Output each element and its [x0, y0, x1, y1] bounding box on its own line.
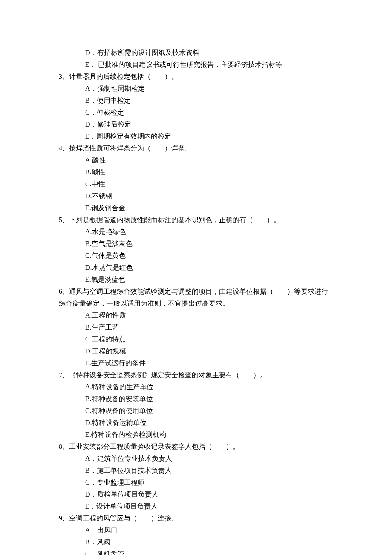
question-5-option-d: D.水蒸气是红色: [59, 262, 333, 274]
question-3-option-e: E．周期检定有效期内的检定: [59, 130, 333, 142]
document-page: D．有招标所需的设计图纸及技术资料 E． 已批准的项目建议书或可行性研究报告；主…: [0, 0, 392, 555]
question-9-option-c: C．风机盘管: [59, 548, 333, 555]
question-7-option-a: A.特种设备的生产单位: [59, 381, 333, 393]
question-8-option-e: E．设计单位项目负责人: [59, 500, 333, 512]
question-6-stem-cont: 综合衡量确定，一般以适用为准则，不宜提出过高要求。: [59, 298, 333, 309]
question-8-option-a: A．建筑单位专业技术负责人: [59, 453, 333, 465]
question-5-option-e: E.氧是淡蓝色: [59, 274, 333, 286]
question-7-stem: 7、《特种设备安全监察条例》规定安全检查的对象主要有（ ）。: [59, 369, 333, 381]
question-4-option-b: B.碱性: [59, 166, 333, 178]
question-5-option-a: A.水是艳绿色: [59, 226, 333, 238]
question-6-stem: 6、通风与空调工程综合效能试验测定与调整的项目，由建设单位根据（ ）等要求进行: [59, 286, 333, 298]
question-7-option-c: C.特种设备的使用单位: [59, 405, 333, 417]
question-7-option-e: E.特种设备的检验检测机构: [59, 429, 333, 441]
question-7-option-b: B.特种设备的安装单位: [59, 393, 333, 405]
question-3-stem: 3、计量器具的后续检定包括（ ）。: [59, 71, 333, 83]
question-8-option-b: B．施工单位项目技术负责人: [59, 465, 333, 477]
question-4-stem: 4、按焊渣性质可将焊条分为（ ）焊条。: [59, 142, 333, 154]
question-6-option-d: D.工程的规模: [59, 345, 333, 357]
question-9-stem: 9、空调工程的风管应与（ ）连接。: [59, 512, 333, 524]
question-6-option-a: A.工程的性质: [59, 309, 333, 321]
question-3-option-d: D．修理后检定: [59, 119, 333, 130]
question-7-option-d: D.特种设备运输单位: [59, 417, 333, 429]
question-3-option-b: B．使用中检定: [59, 95, 333, 107]
question-8-stem: 8、工业安装部分工程质量验收记录表签字人包括（ ）。: [59, 441, 333, 453]
question-3-option-c: C．仲裁检定: [59, 107, 333, 119]
question-4-option-d: D.不锈钢: [59, 190, 333, 202]
question-8-option-c: C．专业监理工程师: [59, 477, 333, 489]
question-6-option-c: C.工程的特点: [59, 333, 333, 345]
question-5-option-c: C.气体是黄色: [59, 250, 333, 262]
question-4-option-e: E.铜及铜合金: [59, 202, 333, 214]
prev-option-d: D．有招标所需的设计图纸及技术资料: [59, 47, 333, 59]
question-8-option-d: D．质检单位项目负责人: [59, 489, 333, 500]
prev-option-e: E． 已批准的项目建议书或可行性研究报告；主要经济技术指标等: [59, 59, 333, 71]
question-6-option-b: B.生产工艺: [59, 321, 333, 333]
question-9-option-b: B．风阀: [59, 536, 333, 548]
question-4-option-c: C.中性: [59, 178, 333, 190]
question-4-option-a: A.酸性: [59, 154, 333, 166]
question-9-option-a: A．出风口: [59, 524, 333, 536]
question-6-option-e: E.生产试运行的条件: [59, 357, 333, 369]
question-5-stem: 5、下列是根据管道内物质性能而标注的基本识别色，正确的有（ ）。: [59, 214, 333, 226]
question-3-option-a: A．强制性周期检定: [59, 83, 333, 95]
question-5-option-b: B.空气是淡灰色: [59, 238, 333, 250]
